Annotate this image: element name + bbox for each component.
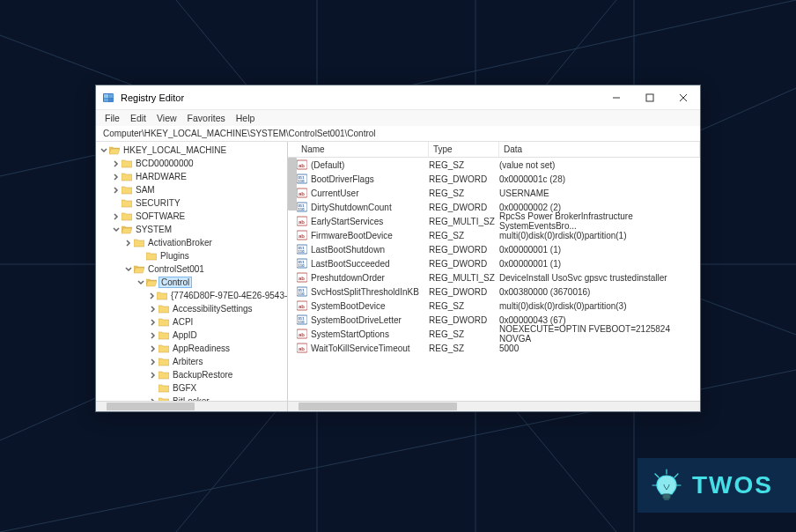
- column-header-name[interactable]: Name: [297, 142, 429, 157]
- folder-icon: [158, 371, 169, 380]
- list-row[interactable]: FirmwareBootDeviceREG_SZmulti(0)disk(0)r…: [297, 228, 700, 242]
- reg-dword-icon: [297, 202, 307, 212]
- chevron-right-icon[interactable]: [149, 292, 156, 300]
- folder-icon: [122, 212, 132, 221]
- value-type: REG_DWORD: [429, 259, 499, 269]
- tree-horizontal-scrollbar[interactable]: [96, 401, 287, 411]
- folder-icon: [146, 252, 157, 261]
- values-panel: Name Type Data (Default)REG_SZ(value not…: [288, 142, 700, 411]
- list-horizontal-scrollbar[interactable]: [288, 401, 700, 411]
- list-row[interactable]: SystemStartOptionsREG_SZ NOEXECUTE=OPTIN…: [297, 327, 700, 341]
- menu-help[interactable]: Help: [231, 113, 261, 123]
- chevron-right-icon[interactable]: [149, 305, 158, 314]
- tree-node-arbiters[interactable]: Arbiters: [96, 355, 287, 368]
- column-header-data[interactable]: Data: [499, 142, 700, 157]
- tree-node-security[interactable]: SECURITY: [96, 196, 287, 210]
- svg-rect-19: [109, 98, 114, 101]
- svg-line-25: [655, 474, 659, 477]
- value-name: LastBootSucceeded: [311, 259, 390, 269]
- close-button[interactable]: [667, 86, 700, 109]
- tree-body[interactable]: HKEY_LOCAL_MACHINE BCD00000000 HARDWARE …: [96, 142, 287, 401]
- chevron-right-icon[interactable]: [149, 344, 158, 353]
- tree-label: BackupRestore: [173, 370, 232, 380]
- list-row[interactable]: LastBootShutdownREG_DWORD0x00000001 (1): [297, 242, 700, 256]
- chevron-right-icon[interactable]: [112, 159, 121, 168]
- chevron-down-icon[interactable]: [136, 278, 145, 287]
- chevron-right-icon[interactable]: [149, 331, 158, 340]
- list-row[interactable]: SystemBootDeviceREG_SZmulti(0)disk(0)rdi…: [297, 299, 700, 313]
- chevron-right-icon[interactable]: [112, 186, 121, 195]
- tree-node-control[interactable]: Control: [96, 276, 287, 289]
- tree-node-bitlocker[interactable]: BitLocker: [96, 395, 287, 401]
- list-row[interactable]: CurrentUserREG_SZUSERNAME: [297, 186, 700, 200]
- value-name: CurrentUser: [311, 188, 358, 198]
- chevron-down-icon[interactable]: [112, 225, 121, 234]
- chevron-right-icon[interactable]: [124, 239, 133, 248]
- tree-node-software[interactable]: SOFTWARE: [96, 210, 287, 223]
- tree-node-sam[interactable]: SAM: [96, 183, 287, 196]
- list-row[interactable]: LastBootSucceededREG_DWORD0x00000001 (1): [297, 256, 700, 270]
- value-data: 0x00000002 (2): [499, 203, 700, 212]
- minimize-button[interactable]: [600, 86, 633, 109]
- scrollbar-thumb[interactable]: [298, 403, 457, 410]
- folder-icon: [158, 358, 169, 366]
- list-row[interactable]: WaitToKillServiceTimeoutREG_SZ5000: [297, 341, 700, 355]
- menu-view[interactable]: View: [151, 113, 182, 123]
- svg-rect-16: [104, 94, 108, 98]
- tree-node-acpi[interactable]: ACPI: [96, 315, 287, 329]
- chevron-right-icon[interactable]: [112, 173, 121, 181]
- chevron-right-icon[interactable]: [149, 371, 158, 380]
- chevron-down-icon[interactable]: [100, 146, 108, 155]
- folder-icon: [158, 344, 169, 353]
- tree-label: HKEY_LOCAL_MACHINE: [123, 145, 226, 155]
- tree-node-plugins[interactable]: Plugins: [96, 249, 287, 262]
- menu-file[interactable]: File: [100, 113, 125, 123]
- tree-node-bgfx[interactable]: BGFX: [96, 381, 287, 395]
- chevron-down-icon[interactable]: [124, 265, 133, 274]
- menu-favorites[interactable]: Favorites: [182, 113, 231, 123]
- list-row[interactable]: BootDriverFlagsREG_DWORD0x0000001c (28): [297, 172, 700, 186]
- column-header-type[interactable]: Type: [429, 142, 499, 157]
- tree-node-guid[interactable]: {7746D80F-97E0-4E26-9543-26: [96, 289, 287, 302]
- folder-open-icon: [109, 146, 120, 155]
- folder-icon: [158, 331, 169, 340]
- tree-node-appreadiness[interactable]: AppReadiness: [96, 342, 287, 355]
- scrollbar-thumb[interactable]: [107, 403, 195, 410]
- tree-label: Arbiters: [173, 357, 203, 366]
- list-row[interactable]: SvcHostSplitThresholdInKBREG_DWORD0x0038…: [297, 284, 700, 299]
- tree-label: ControlSet001: [148, 264, 204, 274]
- value-data: 0x00380000 (3670016): [499, 287, 700, 297]
- value-type: REG_SZ: [429, 301, 499, 311]
- value-type: REG_DWORD: [429, 287, 499, 297]
- folder-icon: [122, 199, 132, 208]
- value-name: DirtyShutdownCount: [311, 203, 392, 212]
- list-row[interactable]: PreshutdownOrderREG_MULTI_SZDeviceInstal…: [297, 270, 700, 284]
- list-row[interactable]: (Default)REG_SZ(value not set): [297, 158, 700, 172]
- tree-node-hardware[interactable]: HARDWARE: [96, 170, 287, 183]
- list-row[interactable]: EarlyStartServicesREG_MULTI_SZRpcSs Powe…: [297, 214, 700, 228]
- chevron-right-icon[interactable]: [149, 318, 158, 327]
- menu-edit[interactable]: Edit: [125, 113, 151, 123]
- chevron-right-icon[interactable]: [112, 212, 121, 221]
- tree-node-bcd[interactable]: BCD00000000: [96, 157, 287, 170]
- chevron-right-icon[interactable]: [149, 358, 158, 366]
- list-body[interactable]: (Default)REG_SZ(value not set)BootDriver…: [288, 158, 700, 401]
- brand-text: TWOS: [692, 471, 773, 499]
- value-type: REG_SZ: [429, 188, 499, 198]
- tree-node-controlset001[interactable]: ControlSet001: [96, 262, 287, 276]
- value-data: 5000: [499, 344, 700, 353]
- app-icon: [101, 91, 115, 105]
- tree-node-accessibility[interactable]: AccessibilitySettings: [96, 302, 287, 315]
- list-vertical-scrollbar-thumb[interactable]: [288, 158, 297, 211]
- tree-node-activationbroker[interactable]: ActivationBroker: [96, 236, 287, 249]
- value-type: REG_SZ: [429, 160, 499, 170]
- path-bar[interactable]: Computer\HKEY_LOCAL_MACHINE\SYSTEM\Contr…: [96, 126, 700, 142]
- tree-node-backuprestore[interactable]: BackupRestore: [96, 368, 287, 381]
- titlebar[interactable]: Registry Editor: [96, 85, 700, 110]
- tree-node-hklm[interactable]: HKEY_LOCAL_MACHINE: [96, 144, 287, 157]
- menubar: File Edit View Favorites Help: [96, 110, 700, 126]
- maximize-button[interactable]: [633, 86, 667, 109]
- value-type: REG_MULTI_SZ: [429, 273, 499, 283]
- tree-node-system[interactable]: SYSTEM: [96, 223, 287, 236]
- tree-node-appid[interactable]: AppID: [96, 329, 287, 342]
